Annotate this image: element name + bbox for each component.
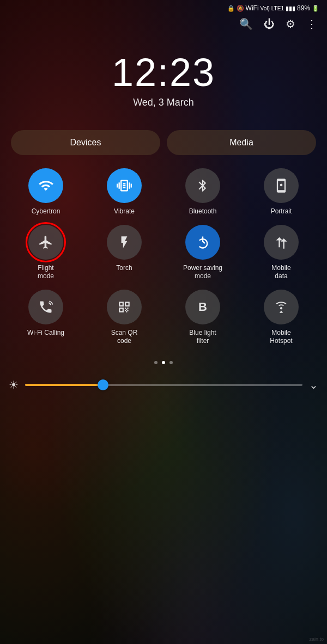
wifi-label: Cybertron [32, 207, 60, 216]
portrait-label: Portrait [271, 207, 292, 216]
bluetooth-label: Bluetooth [189, 207, 217, 216]
lock-icon: 🔒 [227, 5, 235, 12]
qs-powersave[interactable]: Power savingmode [166, 225, 240, 281]
slider-fill [25, 384, 103, 386]
quick-settings-grid: Cybertron Vibrate Bluetooth [0, 168, 327, 346]
qrcode-icon [117, 300, 131, 314]
powersave-circle [185, 225, 220, 260]
vibrate-circle [107, 168, 142, 203]
hotspot-circle [264, 290, 299, 324]
flight-icon [38, 235, 53, 250]
search-button[interactable]: 🔍 [239, 17, 253, 30]
qs-hotspot[interactable]: MobileHotspot [244, 290, 318, 346]
qs-portrait[interactable]: Portrait [244, 168, 318, 216]
battery-text: 89% [297, 4, 310, 12]
lte-icon: LTE1 [271, 5, 284, 11]
qs-vibrate[interactable]: Vibrate [87, 168, 161, 216]
qs-mobiledata[interactable]: Mobiledata [244, 225, 318, 281]
dot-3 [169, 361, 173, 364]
vol-icon: Vol) [261, 5, 270, 11]
portrait-circle [264, 168, 299, 203]
wifi-icon [38, 178, 53, 193]
battery-icon: 🔋 [312, 5, 319, 12]
status-icons: 🔒 🔕 WiFi Vol) LTE1 ▮▮▮ 89% 🔋 [227, 4, 319, 12]
bluelight-circle: B [185, 290, 220, 324]
hotspot-label: MobileHotspot [270, 329, 292, 346]
mute-icon: 🔕 [237, 5, 244, 12]
bluetooth-icon [196, 179, 210, 193]
powersave-icon [195, 235, 210, 250]
slider-thumb [98, 379, 108, 390]
wifi-circle [28, 168, 63, 203]
qs-qrcode[interactable]: Scan QRcode [87, 290, 161, 346]
qrcode-label: Scan QRcode [111, 329, 138, 346]
portrait-icon [274, 178, 289, 193]
clock-date: Wed, 3 March [133, 97, 194, 108]
clock-section: 12:23 Wed, 3 March [0, 34, 327, 130]
mobiledata-label: Mobiledata [271, 264, 290, 281]
flight-circle [28, 225, 63, 260]
quick-actions-row: 🔍 ⏻ ⚙ ⋮ [0, 14, 327, 34]
wifi-status-icon: WiFi [246, 4, 259, 12]
media-button[interactable]: Media [167, 130, 316, 155]
mobiledata-icon [274, 235, 289, 250]
qs-bluelight[interactable]: B Blue lightfilter [166, 290, 240, 346]
qs-wifi[interactable]: Cybertron [9, 168, 83, 216]
torch-label: Torch [116, 264, 132, 273]
brightness-slider[interactable] [25, 384, 302, 386]
powersave-label: Power savingmode [183, 264, 222, 281]
wificalling-circle [28, 290, 63, 324]
bluelight-label: Blue lightfilter [189, 329, 216, 346]
dot-1 [154, 361, 158, 364]
qs-wificalling[interactable]: Wi-Fi Calling [9, 290, 83, 346]
torch-circle [107, 225, 142, 260]
mobiledata-circle [264, 225, 299, 260]
more-button[interactable]: ⋮ [306, 17, 317, 30]
qs-torch[interactable]: Torch [87, 225, 161, 281]
pagination-dots [0, 361, 327, 364]
wificalling-icon [38, 299, 53, 315]
vibrate-icon [117, 178, 132, 193]
qrcode-circle [107, 290, 142, 324]
settings-button[interactable]: ⚙ [286, 17, 295, 30]
torch-icon [117, 235, 131, 249]
clock-time: 12:23 [112, 50, 215, 95]
vibrate-label: Vibrate [114, 207, 135, 216]
flight-label: Flightmode [38, 264, 54, 281]
brightness-row: ☀ ⌄ [0, 369, 327, 397]
hotspot-icon [274, 300, 288, 314]
devices-button[interactable]: Devices [11, 130, 160, 155]
dot-2 [162, 361, 165, 364]
signal-icon: ▮▮▮ [286, 5, 295, 12]
power-button[interactable]: ⏻ [264, 18, 275, 30]
brightness-expand-button[interactable]: ⌄ [309, 378, 318, 391]
qs-bluetooth[interactable]: Bluetooth [166, 168, 240, 216]
qs-flight-mode[interactable]: Flightmode [9, 225, 83, 281]
wificalling-label: Wi-Fi Calling [27, 329, 64, 338]
panel-buttons: Devices Media [0, 130, 327, 155]
status-bar: 🔒 🔕 WiFi Vol) LTE1 ▮▮▮ 89% 🔋 [0, 0, 327, 14]
brightness-icon: ☀ [9, 378, 19, 391]
bluetooth-circle [185, 168, 220, 203]
